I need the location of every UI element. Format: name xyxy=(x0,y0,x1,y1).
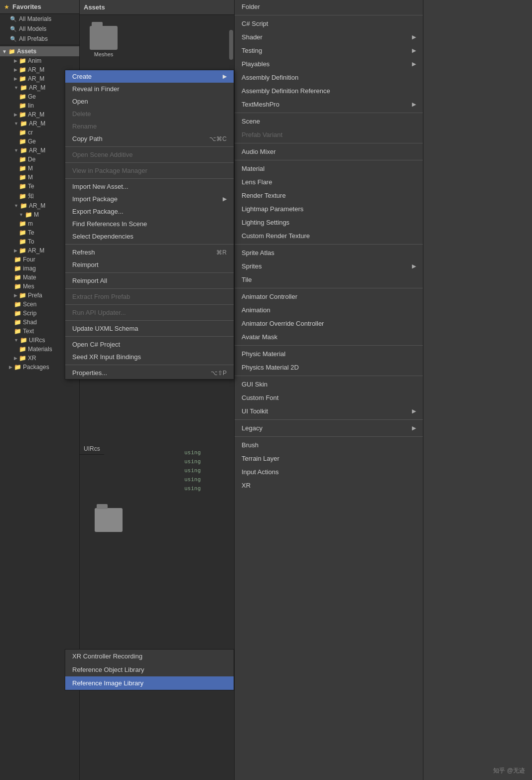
menu-item-update-uxml[interactable]: Update UXML Schema xyxy=(65,322,234,335)
sidebar-item-all-models[interactable]: 🔍 All Models xyxy=(0,24,79,34)
menu-sep-9 xyxy=(65,336,234,337)
submenu-sprite-atlas-label: Sprite Atlas xyxy=(242,249,274,257)
submenu-sprites[interactable]: Sprites ▶ xyxy=(235,260,423,273)
menu-update-uxml-label: Update UXML Schema xyxy=(72,325,138,332)
menu-item-properties[interactable]: Properties... ⌥⇧P xyxy=(65,367,234,379)
triangle-right-icon: ▶ xyxy=(14,76,17,81)
submenu-custom-render-texture[interactable]: Custom Render Texture xyxy=(235,229,423,243)
submenu-physic-material[interactable]: Physic Material xyxy=(235,347,423,361)
submenu-animator-controller[interactable]: Animator Controller xyxy=(235,290,423,303)
ref-image-label: Reference Image Library xyxy=(72,679,143,687)
tree-m-1-label: M xyxy=(28,165,33,172)
menu-item-seed-xr[interactable]: Seed XR Input Bindings xyxy=(65,351,234,363)
submenu-folder[interactable]: Folder xyxy=(235,0,423,13)
submenu-textmeshpro[interactable]: TextMeshPro ▶ xyxy=(235,98,423,111)
submenu-material[interactable]: Material xyxy=(235,162,423,175)
assets-tree-header[interactable]: ▼ 📁 Assets xyxy=(0,46,79,56)
menu-item-export-package[interactable]: Export Package... xyxy=(65,205,234,218)
submenu-brush[interactable]: Brush xyxy=(235,438,423,452)
submenu-avatar-mask[interactable]: Avatar Mask xyxy=(235,330,423,344)
menu-sep-4 xyxy=(65,244,234,245)
menu-item-copy-path[interactable]: Copy Path ⌥⌘C xyxy=(65,132,234,145)
folder-icon: 📁 xyxy=(20,147,27,154)
submenu-assembly-def-ref[interactable]: Assembly Definition Reference xyxy=(235,84,423,98)
code-line-4: using xyxy=(184,475,234,484)
sidebar-item-all-materials[interactable]: 🔍 All Materials xyxy=(0,14,79,24)
menu-item-import-new[interactable]: Import New Asset... xyxy=(65,180,234,193)
submenu-textmeshpro-label: TextMeshPro xyxy=(242,101,279,108)
submenu-physics-material-2d[interactable]: Physics Material 2D xyxy=(235,361,423,374)
triangle-down-icon: ▼ xyxy=(14,121,18,126)
submenu-input-actions[interactable]: Input Actions xyxy=(235,465,423,479)
menu-item-open[interactable]: Open xyxy=(65,95,234,108)
menu-item-reveal[interactable]: Reveal in Finder xyxy=(65,83,234,95)
sidebar-item-all-prefabs[interactable]: 🔍 All Prefabs xyxy=(0,34,79,44)
submenu-folder-label: Folder xyxy=(242,3,260,10)
submenu-lighting-settings[interactable]: Lighting Settings xyxy=(235,216,423,229)
submenu-animation[interactable]: Animation xyxy=(235,303,423,317)
submenu-sprite-atlas[interactable]: Sprite Atlas xyxy=(235,246,423,260)
submenu-audio-mixer[interactable]: Audio Mixer xyxy=(235,145,423,158)
submenu-playables[interactable]: Playables ▶ xyxy=(235,57,423,71)
folder-icon: 📁 xyxy=(19,93,26,100)
tree-m-sm-label: m xyxy=(28,220,33,227)
menu-item-select-deps[interactable]: Select Dependencies xyxy=(65,230,234,243)
folder-icon: 📁 xyxy=(19,165,26,172)
menu-sep-3 xyxy=(65,178,234,179)
folder-icon: 📁 xyxy=(19,355,26,362)
menu-delete-label: Delete xyxy=(72,110,91,118)
submenu-lightmap-params[interactable]: Lightmap Parameters xyxy=(235,202,423,216)
submenu-assembly-def[interactable]: Assembly Definition xyxy=(235,71,423,84)
context-menu: Create ▶ Reveal in Finder Open Delete Re… xyxy=(65,70,234,380)
menu-item-ref-image[interactable]: Reference Image Library xyxy=(65,676,234,690)
menu-item-create[interactable]: Create ▶ xyxy=(65,70,234,83)
shader-arrow-icon: ▶ xyxy=(412,34,416,40)
menu-sep-2 xyxy=(65,162,234,163)
code-line-3: using xyxy=(184,466,234,475)
submenu-xr[interactable]: XR xyxy=(235,479,423,492)
submenu-legacy[interactable]: Legacy ▶ xyxy=(235,421,423,435)
menu-item-find-refs[interactable]: Find References In Scene xyxy=(65,218,234,230)
menu-item-xr-controller[interactable]: XR Controller Recording xyxy=(65,650,234,663)
folder-icon: 📁 xyxy=(14,265,21,272)
submenu-scene[interactable]: Scene xyxy=(235,115,423,128)
menu-item-reimport-all[interactable]: Reimport All xyxy=(65,274,234,287)
tree-uircs-label: UIRcs xyxy=(29,337,45,344)
tree-anim[interactable]: ▶ 📁 Anim xyxy=(0,56,79,65)
all-materials-label: All Materials xyxy=(19,15,51,22)
assets-tree-label: Assets xyxy=(17,48,36,55)
menu-item-view-package: View in Package Manager xyxy=(65,164,234,177)
ref-object-label: Reference Object Library xyxy=(72,666,144,673)
folder-icon: 📁 xyxy=(19,66,26,73)
all-prefabs-label: All Prefabs xyxy=(19,35,48,42)
folder-thumb-meshes[interactable]: Meshes xyxy=(84,23,124,60)
submenu-gui-skin[interactable]: GUI Skin xyxy=(235,378,423,391)
submenu-custom-font[interactable]: Custom Font xyxy=(235,391,423,404)
submenu-sep-10 xyxy=(235,436,423,437)
submenu-csharp[interactable]: C# Script xyxy=(235,17,423,30)
submenu-sep-8 xyxy=(235,376,423,376)
submenu-render-texture[interactable]: Render Texture xyxy=(235,189,423,202)
folder-icon: 📁 xyxy=(19,183,26,190)
sidebar-divider xyxy=(0,45,79,45)
submenu-terrain-layer[interactable]: Terrain Layer xyxy=(235,452,423,465)
folder-icon: 📁 xyxy=(14,328,21,335)
tree-ar-m-7-label: AR_M xyxy=(29,202,45,209)
submenu-animator-override[interactable]: Animator Override Controller xyxy=(235,317,423,330)
properties-shortcut: ⌥⇧P xyxy=(211,370,227,377)
menu-item-ref-object[interactable]: Reference Object Library xyxy=(65,663,234,676)
submenu-testing[interactable]: Testing ▶ xyxy=(235,44,423,57)
menu-item-import-package[interactable]: Import Package ▶ xyxy=(65,193,234,205)
menu-item-reimport[interactable]: Reimport xyxy=(65,259,234,271)
submenu-lens-flare[interactable]: Lens Flare xyxy=(235,175,423,189)
submenu-tile[interactable]: Tile xyxy=(235,273,423,286)
tree-prefa-label: Prefa xyxy=(28,292,42,299)
scroll-thumb[interactable] xyxy=(229,30,233,60)
submenu-ui-toolkit[interactable]: UI Toolkit ▶ xyxy=(235,404,423,418)
menu-item-refresh[interactable]: Refresh ⌘R xyxy=(65,246,234,259)
code-line-1: using xyxy=(184,448,234,457)
menu-item-open-csharp[interactable]: Open C# Project xyxy=(65,338,234,351)
triangle-down-icon: ▼ xyxy=(19,212,23,217)
menu-import-package-label: Import Package xyxy=(72,195,118,203)
submenu-shader[interactable]: Shader ▶ xyxy=(235,30,423,44)
